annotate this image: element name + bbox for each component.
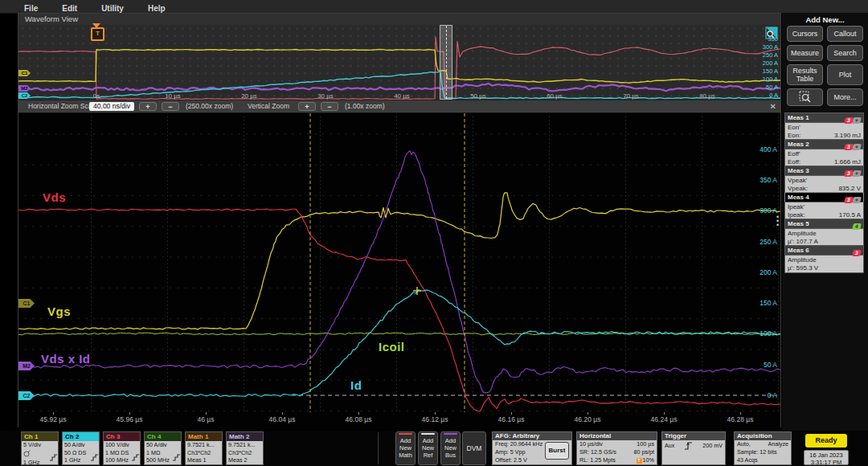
overview-time-label: 80 µs	[699, 92, 715, 100]
settings-bar: Ch 15 V/div1 GHzCh 250 A/div50 Ω DS1 GHz…	[0, 431, 868, 466]
channel-badge-ch2[interactable]: Ch 250 A/div50 Ω DS1 GHz	[62, 431, 100, 465]
trace-vds-x-id	[18, 151, 780, 393]
channel-badge-math2[interactable]: Math 29.7521 k...Ch3*Ch2Meas 2	[226, 431, 264, 465]
meas-title: Meas 3	[788, 167, 809, 174]
trace-label-vds-x-id: Vds x Id	[41, 352, 91, 366]
menu-bar: FileEditUtilityHelp	[0, 0, 868, 14]
dvm-button[interactable]: DVM	[462, 431, 486, 465]
channel-badge-ch3[interactable]: Ch 3100 V/div1 MΩ DS100 MHz	[103, 431, 141, 465]
meas-source-badges: 3+	[844, 111, 861, 125]
v-zoom-label: Vertical Zoom	[248, 100, 289, 112]
channel-name: Ch 1	[22, 432, 58, 441]
meas-title: Meas 2	[788, 141, 809, 148]
horizontal-title: Horizontal	[577, 432, 657, 440]
channel-setting-row: Ch3*Ch2	[228, 449, 263, 457]
overview-axis-label: 250 A	[763, 51, 778, 59]
main-axis-label: 100 A	[760, 329, 777, 337]
afg-title: AFG: Arbitrary	[493, 432, 571, 440]
overview-time-label: 0s	[93, 92, 100, 100]
add-new-bus-button[interactable]: Add New Bus	[440, 431, 461, 465]
meas-header[interactable]: Meas 43+	[784, 192, 864, 202]
zoomed-waveform-plot[interactable]: VdsVgsVds x IdIcoilId400 A350 A300 A250 …	[18, 113, 780, 412]
h-zoom-minus-button[interactable]: −	[162, 102, 179, 111]
add-new-math-button[interactable]: Add New Math	[395, 431, 416, 465]
overview-time-label: 40 µs	[394, 92, 410, 100]
meas-title: Meas 6	[788, 247, 809, 254]
acq-analyze: Analyze	[768, 440, 788, 448]
meas-header[interactable]: Meas 23+	[784, 139, 864, 149]
horizontal-badge[interactable]: Horizontal 10 µs/div100 µs SR: 12.5 GS/s…	[576, 431, 657, 465]
trigger-source: Aux	[665, 442, 674, 450]
waveform-window: Waveform View 0s10 µs20 µs30 µs40 µs50 µ…	[18, 13, 781, 427]
time-tick	[435, 412, 436, 415]
meas-header[interactable]: Meas 33+	[784, 166, 864, 175]
plot-button[interactable]: Plot	[827, 64, 863, 85]
acq-count: 43 Acqs	[737, 456, 758, 464]
horizontal-window: 100 µs	[637, 440, 654, 448]
meas-value-label: µ': 595.3 V	[788, 264, 818, 272]
channel-setting-row: Meas 2	[228, 456, 263, 464]
main-time-label: 45.92 µs	[40, 415, 67, 423]
acq-sample-bits: Sample: 12 bits	[737, 448, 777, 456]
main-time-label: 46.24 µs	[651, 415, 678, 423]
zoom-window-indicator[interactable]	[440, 25, 452, 100]
ready-status-badge[interactable]: Ready	[805, 434, 847, 448]
trigger-position-marker[interactable]: T	[91, 27, 104, 41]
channel-settings: 9.7521 k...Ch3*Ch2Meas 2	[227, 441, 263, 464]
results-table-button[interactable]: Results Table	[787, 64, 823, 85]
panel-resize-handle[interactable]: •••	[776, 215, 780, 227]
measure-button[interactable]: Measure	[787, 45, 823, 61]
trigger-position-value: T10%	[637, 456, 654, 464]
time-label: 3:31:17 PM	[811, 459, 841, 466]
meas-title: Meas 5	[788, 220, 809, 227]
meas-source-pill: +	[852, 170, 862, 177]
overview-zoom-icon[interactable]	[765, 27, 778, 39]
close-zoom-icon[interactable]: ✕	[770, 101, 776, 112]
channel-settings: 50 A/div50 Ω DS1 GHz	[63, 441, 99, 464]
overview-waveform[interactable]: 0s10 µs20 µs30 µs40 µs50 µs60 µs70 µs80 …	[18, 25, 780, 100]
meas-type: Eoff'	[788, 150, 861, 158]
acquisition-badge[interactable]: Acquisition Auto,Analyze Sample: 12 bits…	[734, 431, 792, 465]
main-time-label: 46.28 µs	[727, 415, 754, 423]
meas-source-badges: 3+	[844, 137, 861, 152]
meas-header[interactable]: Meas 63	[784, 245, 864, 255]
meas-type: Amplitude	[788, 230, 861, 238]
time-tick	[129, 412, 130, 415]
meas-card-6[interactable]: Meas 63Amplitudeµ': 595.3 V	[784, 245, 864, 273]
main-time-label: 46.04 µs	[269, 415, 296, 423]
channel-badge-math1[interactable]: Math 19.7521 k...Ch3*Ch2Meas 1	[185, 431, 223, 465]
cursors-button[interactable]: Cursors	[787, 26, 823, 42]
main-time-label: 46.16 µs	[498, 415, 525, 423]
channel-settings: 50 A/div1 MΩ500 MHz	[145, 441, 181, 464]
more--button[interactable]: More...	[827, 88, 863, 106]
h-zoom-factor: (250.00x zoom)	[186, 100, 233, 112]
trace-vgs-overview	[18, 50, 780, 84]
channel-badge-ch1[interactable]: Ch 15 V/div1 GHz	[21, 431, 59, 465]
bandwidth-icon	[49, 453, 57, 464]
acq-mode: Auto,	[737, 440, 751, 448]
bandwidth-icon	[131, 453, 139, 464]
meas-header[interactable]: Meas 54	[784, 219, 864, 228]
add-new-ref-button[interactable]: Add New Ref	[418, 431, 438, 465]
h-zoom-scale-input[interactable]: 40.00 ns/div	[89, 102, 134, 111]
add-new-header: Add New...	[782, 15, 868, 24]
channel-badge-ch4[interactable]: Ch 450 A/div1 MΩ500 MHz	[144, 431, 182, 465]
meas-type: Vpeak'	[788, 177, 861, 185]
time-tick	[740, 412, 741, 415]
h-zoom-plus-button[interactable]: +	[139, 102, 157, 111]
meas-title: Meas 1	[788, 114, 809, 121]
meas-header[interactable]: Meas 13+	[784, 112, 864, 122]
meas-source-pill: +	[852, 197, 862, 203]
afg-badge[interactable]: AFG: Arbitrary Freq: 20.9644 kHz Amp: 5 …	[492, 431, 572, 465]
burst-button[interactable]: Burst	[545, 442, 569, 460]
zoom-select-button[interactable]	[787, 88, 823, 106]
time-tick	[282, 412, 283, 415]
v-zoom-factor: (1.00x zoom)	[345, 100, 385, 112]
waveform-view-tab[interactable]: Waveform View	[25, 14, 780, 25]
main-time-label: 46 µs	[198, 415, 215, 423]
callout-button[interactable]: Callout	[827, 26, 863, 42]
v-zoom-plus-button[interactable]: +	[298, 102, 316, 111]
v-zoom-minus-button[interactable]: −	[321, 102, 338, 111]
search-button[interactable]: Search	[827, 45, 863, 61]
trigger-badge[interactable]: Trigger Aux 200 mV	[661, 431, 726, 465]
